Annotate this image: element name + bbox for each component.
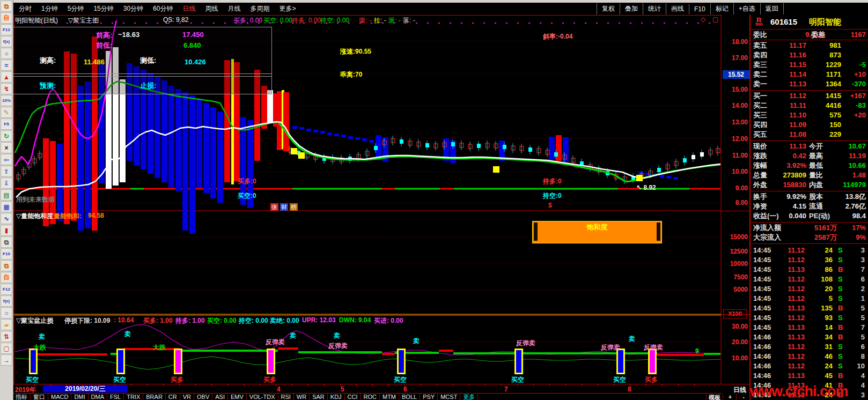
menu-button-叠加[interactable]: 叠加 [620, 3, 643, 14]
period-1分钟[interactable]: 1分钟 [36, 4, 63, 13]
refresh-icon[interactable]: ↻ [1, 130, 12, 142]
date-tick-label: 8 [628, 386, 631, 393]
zoom-out-button[interactable]: - [738, 394, 750, 400]
indicator-tab-DMA[interactable]: DMA [89, 394, 107, 400]
indicator-tab-VR[interactable]: VR [180, 394, 194, 400]
indicator-tab-RSI[interactable]: RSI [278, 394, 294, 400]
f10-icon[interactable]: F10 [1, 248, 12, 260]
updown-arrows-icon[interactable]: ⇅ [1, 331, 12, 342]
percent-icon[interactable]: 10% [1, 95, 12, 106]
f12-icon[interactable]: F12 [1, 24, 12, 35]
close-icon[interactable]: × [1, 142, 12, 153]
indicator-tab-CCI[interactable]: CCI [345, 394, 361, 400]
measured-high-label: 测高: [40, 56, 56, 65]
indicator-tab-BOLL[interactable]: BOLL [399, 394, 420, 400]
windows-icon[interactable]: ⧉ [1, 236, 12, 248]
report-icon[interactable]: ▤ [1, 189, 12, 201]
zigzag-icon[interactable]: ↯ [1, 83, 12, 94]
auto-select-icon-2[interactable]: 自 [1, 272, 12, 283]
formula-icon-2[interactable]: f(x) [1, 295, 12, 307]
quote-row: 总量273809量比1.48 [751, 171, 868, 180]
period-分时[interactable]: 分时 [14, 4, 36, 13]
f5-icon[interactable]: F5 [1, 118, 12, 130]
folder-icon[interactable]: ▰ [1, 319, 12, 330]
grid-icon[interactable]: ▦ [1, 201, 12, 212]
indicator-tab-指标[interactable]: 指标 [13, 394, 31, 400]
arrow-left-icon[interactable]: ⇦ [1, 154, 12, 165]
ellipse-icon[interactable]: ○ [1, 48, 12, 59]
pencil-icon[interactable]: ✎ [1, 107, 12, 118]
indicator-tab-DMI[interactable]: DMI [71, 394, 88, 400]
hot-badge-榜[interactable]: 榜 [290, 203, 298, 211]
order-book-row: 买二11.114416-83 [751, 101, 868, 110]
indicator-tab-PSY[interactable]: PSY [420, 394, 438, 400]
ellipse-icon-2[interactable]: ○ [1, 307, 12, 318]
arrow-up-icon[interactable]: ⇧ [1, 166, 12, 177]
indicator-tab-more[interactable]: 更多 [460, 394, 478, 400]
menu-button-标记[interactable]: 标记 [710, 3, 733, 14]
period-更多>[interactable]: 更多> [274, 4, 300, 13]
mountain-icon[interactable]: ▲ [1, 71, 12, 83]
date-axis-bar[interactable]: 2019年 2019/02/20/三 45678 [13, 384, 722, 393]
hot-badge-张[interactable]: 张 [270, 203, 278, 211]
indicator-tab-SAR[interactable]: SAR [310, 394, 328, 400]
org-chart-icon[interactable]: ⧉ [1, 1, 12, 12]
marquee-icon[interactable]: ▢ [1, 343, 12, 354]
arrow-down-icon[interactable]: ⇩ [1, 177, 12, 189]
indicator-tab-ROC[interactable]: ROC [361, 394, 380, 400]
period-周线[interactable]: 周线 [200, 4, 223, 13]
menu-button-+自选[interactable]: +自选 [733, 3, 760, 14]
org-chart-icon-2[interactable]: ⧉ [1, 260, 12, 271]
indicator-tab-TRIX[interactable]: TRIX [124, 394, 143, 400]
quote-cell: 3 [861, 255, 865, 265]
indicator-tab-OBV[interactable]: OBV [194, 394, 212, 400]
menu-button-F10[interactable]: F10 [689, 4, 710, 14]
indicator-tab-MCST[interactable]: MCST [438, 394, 460, 400]
axis-label: 5000 [733, 286, 748, 293]
period-30分钟[interactable]: 30分钟 [119, 4, 148, 13]
indicator-tab-MTM[interactable]: MTM [380, 394, 399, 400]
pane3-field: 持空: 0.00 [239, 316, 268, 325]
pane3-indicator-selector[interactable]: ▽聚宝盆止损 [16, 316, 53, 325]
divider [751, 191, 868, 191]
quote-row: 外盘158830内盘114979 [751, 180, 868, 190]
date-tick [227, 384, 228, 387]
indicator-tab-窗口[interactable]: 窗口 [31, 394, 48, 400]
period-15分钟[interactable]: 15分钟 [89, 4, 118, 13]
period-60分钟[interactable]: 60分钟 [148, 4, 178, 13]
template-button[interactable]: 模板 [706, 394, 723, 400]
menu-button-复权[interactable]: 复权 [597, 3, 620, 14]
hot-badge-财[interactable]: 财 [280, 203, 288, 211]
period-日线[interactable]: 日线 [178, 4, 200, 13]
period-5分钟[interactable]: 5分钟 [63, 4, 89, 13]
menu-button-统计[interactable]: 统计 [643, 3, 666, 14]
indicator-tab-FSL[interactable]: FSL [107, 394, 124, 400]
menu-button-画线[interactable]: 画线 [666, 3, 689, 14]
indicator-tab-CR[interactable]: CR [166, 394, 180, 400]
period-多周期[interactable]: 多周期 [245, 4, 274, 13]
indicator-tab-WR[interactable]: WR [294, 394, 310, 400]
indicator-tab-ASI[interactable]: ASI [212, 394, 228, 400]
indicator-tab-MACD[interactable]: MACD [48, 394, 71, 400]
indicator-tab-VOL-TDX[interactable]: VOL-TDX [247, 394, 278, 400]
pane2-indicator-selector[interactable]: ▽量能饱和度 [16, 212, 53, 221]
pane3-field: 停损下限: 10.09 [64, 316, 110, 325]
menu-button-返回[interactable]: 返回 [760, 3, 784, 14]
zoom-in-button[interactable]: + [724, 394, 737, 400]
date-tick [421, 384, 421, 387]
line-chart-icon[interactable]: ∿ [1, 213, 12, 224]
candle-chart-icon[interactable]: ▮ [1, 225, 12, 236]
formula-icon[interactable]: f(x) [1, 36, 12, 47]
quote-cell: 涨幅 [753, 161, 767, 171]
indicator-tab-KDJ[interactable]: KDJ [328, 394, 345, 400]
waves-icon[interactable]: ≈ [1, 60, 12, 71]
period-menu: 分时1分钟5分钟15分钟30分钟60分钟日线周线月线多周期更多> [14, 3, 300, 15]
period-月线[interactable]: 月线 [223, 4, 245, 13]
auto-select-icon[interactable]: 自 [1, 12, 12, 24]
indicator-tab-BRAR[interactable]: BRAR [143, 394, 166, 400]
date-tick [324, 384, 325, 387]
quote-cell: 93 [825, 313, 833, 323]
indicator-tab-EMV[interactable]: EMV [228, 394, 247, 400]
arrow-right-icon[interactable]: → [1, 354, 12, 366]
f12-icon-2[interactable]: F12 [1, 284, 12, 295]
